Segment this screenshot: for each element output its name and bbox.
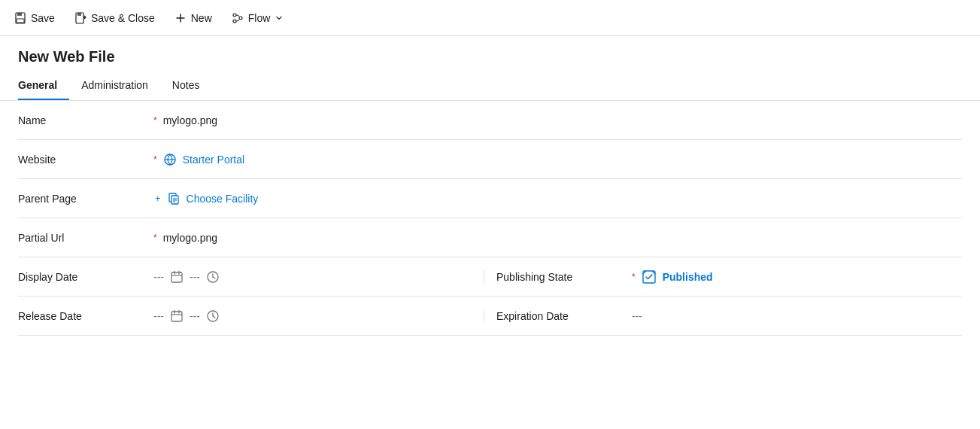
save-label: Save xyxy=(31,12,55,24)
svg-rect-2 xyxy=(17,19,24,23)
svg-point-7 xyxy=(233,20,236,23)
save-icon xyxy=(14,12,26,24)
flow-label: Flow xyxy=(248,12,271,24)
release-date-row: Release Date --- --- xyxy=(18,297,962,336)
display-date-field: Display Date --- --- xyxy=(18,270,484,284)
tab-administration[interactable]: Administration xyxy=(81,72,160,100)
chevron-down-icon xyxy=(275,14,284,23)
save-button[interactable]: Save xyxy=(6,7,63,29)
name-required: * xyxy=(153,115,157,126)
website-label: Website xyxy=(18,154,153,166)
parent-page-optional: + xyxy=(155,193,161,204)
website-row: Website * Starter Portal xyxy=(18,140,962,179)
new-icon xyxy=(174,12,187,24)
tab-notes[interactable]: Notes xyxy=(172,72,212,100)
expiration-date-label: Expiration Date xyxy=(496,310,632,322)
svg-rect-23 xyxy=(171,312,182,321)
save-close-label: Save & Close xyxy=(91,12,155,24)
partial-url-label: Partial Url xyxy=(18,232,153,244)
publishing-state-required: * xyxy=(632,272,636,282)
save-close-button[interactable]: Save & Close xyxy=(66,7,163,29)
svg-point-5 xyxy=(233,14,236,17)
name-label: Name xyxy=(18,114,153,126)
publishing-state-field: Publishing State * Published xyxy=(484,269,962,284)
tab-general[interactable]: General xyxy=(18,72,69,100)
svg-rect-1 xyxy=(17,13,22,16)
clock-icon-1[interactable] xyxy=(206,270,220,284)
svg-rect-15 xyxy=(171,272,182,282)
flow-icon xyxy=(232,12,244,24)
new-label: New xyxy=(191,12,212,24)
publishing-state-value[interactable]: Published xyxy=(642,269,962,284)
website-required: * xyxy=(153,154,157,165)
flow-button[interactable]: Flow xyxy=(223,7,293,29)
website-value[interactable]: Starter Portal xyxy=(163,153,962,166)
partial-url-row: Partial Url * mylogo.png xyxy=(18,218,962,257)
calendar-icon-1[interactable] xyxy=(170,270,184,284)
publishing-state-label: Publishing State xyxy=(496,271,632,283)
release-date-field: Release Date --- --- xyxy=(18,309,484,323)
page-icon xyxy=(167,192,181,205)
parent-page-row: Parent Page + Choose Facility xyxy=(18,179,962,218)
save-close-icon xyxy=(74,12,86,24)
published-icon xyxy=(642,269,657,284)
display-date-value: --- --- xyxy=(153,270,484,284)
partial-url-required: * xyxy=(153,233,157,243)
toolbar: Save Save & Close New xyxy=(0,0,980,36)
name-row: Name * mylogo.png xyxy=(18,101,962,140)
display-date-label: Display Date xyxy=(18,271,153,283)
new-button[interactable]: New xyxy=(166,7,220,29)
parent-page-value[interactable]: Choose Facility xyxy=(167,192,962,205)
clock-icon-2[interactable] xyxy=(206,309,220,323)
partial-url-value[interactable]: mylogo.png xyxy=(163,232,962,244)
expiration-date-field: Expiration Date --- xyxy=(484,310,962,322)
parent-page-label: Parent Page xyxy=(18,193,153,205)
release-date-value: --- --- xyxy=(153,309,484,323)
tabs: General Administration Notes xyxy=(0,72,980,101)
form-content: Name * mylogo.png Website * Starter Port… xyxy=(0,101,980,336)
page-title: New Web File xyxy=(0,36,980,65)
svg-rect-4 xyxy=(77,13,81,16)
expiration-date-value: --- xyxy=(632,310,962,322)
display-date-row: Display Date --- --- xyxy=(18,257,962,297)
svg-line-21 xyxy=(213,277,215,278)
calendar-icon-2[interactable] xyxy=(170,309,184,323)
release-date-label: Release Date xyxy=(18,310,153,322)
svg-point-6 xyxy=(239,17,242,20)
globe-icon xyxy=(163,153,177,166)
svg-line-29 xyxy=(213,316,215,318)
name-value[interactable]: mylogo.png xyxy=(163,114,962,126)
